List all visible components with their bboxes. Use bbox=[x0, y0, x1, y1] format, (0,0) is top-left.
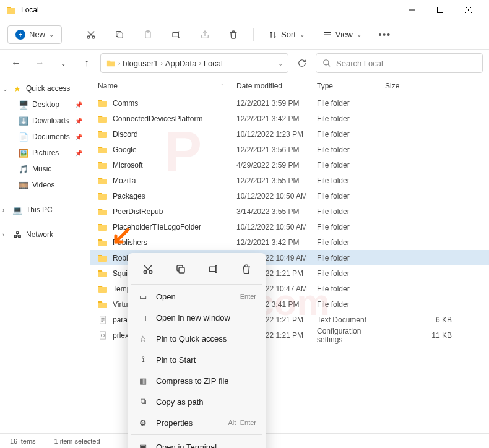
crumb-0[interactable]: bloguser1 bbox=[123, 59, 158, 68]
svg-point-12 bbox=[149, 270, 152, 274]
cut-button[interactable] bbox=[80, 24, 102, 46]
ctx-zip[interactable]: ▥Compress to ZIP file bbox=[131, 370, 262, 391]
star-icon: ★ bbox=[12, 84, 22, 93]
sidebar-item[interactable]: 🖥️Desktop📌 bbox=[0, 97, 90, 113]
sidebar-item[interactable]: 📄Documents📌 bbox=[0, 129, 90, 145]
close-button[interactable] bbox=[454, 0, 483, 20]
selection-count: 1 item selected bbox=[54, 437, 100, 445]
star-icon: ☆ bbox=[137, 334, 149, 343]
file-row[interactable]: Microsoft4/29/2022 2:59 PMFile folder bbox=[90, 157, 489, 173]
file-row[interactable]: ConnectedDevicesPlatform12/2/2021 3:42 P… bbox=[90, 111, 489, 126]
sidebar-item-icon: 🎵 bbox=[19, 164, 28, 174]
separator bbox=[253, 28, 254, 41]
file-name: PeerDistRepub bbox=[113, 207, 163, 216]
minimize-button[interactable] bbox=[397, 0, 426, 20]
ctx-open-new[interactable]: ◻Open in new window bbox=[131, 307, 262, 328]
file-date: 4/29/2022 2:59 PM bbox=[236, 161, 317, 170]
sidebar-quick-access[interactable]: ⌄ ★ Quick access bbox=[0, 80, 90, 97]
ctx-open[interactable]: ▭OpenEnter bbox=[131, 286, 262, 307]
refresh-button[interactable] bbox=[292, 53, 312, 73]
file-row[interactable]: Discord10/12/2022 1:23 PMFile folder bbox=[90, 126, 489, 142]
pin-icon: 📌 bbox=[75, 118, 82, 124]
file-row[interactable]: Comms12/2/2021 3:59 PMFile folder bbox=[90, 95, 489, 111]
search-icon bbox=[322, 59, 331, 67]
file-date: 10/12/2022 10:50 AM bbox=[236, 192, 317, 200]
file-type: File folder bbox=[317, 300, 385, 309]
forward-button[interactable]: → bbox=[30, 53, 50, 73]
col-name[interactable]: Name˄ bbox=[90, 82, 236, 90]
sidebar-this-pc[interactable]: › 💻 This PC bbox=[0, 202, 90, 218]
chevron-down-icon: ⌄ bbox=[300, 31, 305, 38]
titlebar: Local bbox=[0, 0, 489, 20]
pin-icon: 📌 bbox=[75, 101, 82, 108]
chevron-down-icon: ⌄ bbox=[2, 85, 9, 92]
file-row[interactable]: PeerDistRepub3/14/2022 3:55 PMFile folde… bbox=[90, 204, 489, 219]
crumb-1[interactable]: AppData bbox=[165, 59, 197, 68]
chevron-down-icon: ⌄ bbox=[357, 31, 361, 38]
col-type[interactable]: Type bbox=[317, 82, 385, 90]
rename-button[interactable] bbox=[165, 24, 188, 46]
crumb-2[interactable]: Local bbox=[204, 59, 223, 68]
window-title: Local bbox=[21, 6, 397, 14]
ctx-copy-path[interactable]: ⧉Copy as path bbox=[131, 391, 262, 412]
svg-rect-13 bbox=[179, 267, 184, 273]
quick-label: Quick access bbox=[26, 84, 70, 93]
view-button[interactable]: View ⌄ bbox=[317, 27, 368, 41]
ctx-rename-button[interactable] bbox=[202, 259, 225, 279]
sidebar-item[interactable]: ⬇️Downloads📌 bbox=[0, 113, 90, 129]
folder-icon bbox=[6, 5, 16, 15]
file-name-cell: Comms bbox=[90, 99, 236, 108]
paste-button[interactable] bbox=[137, 24, 159, 46]
back-button[interactable]: ← bbox=[6, 53, 26, 73]
file-type: File folder bbox=[317, 254, 385, 262]
ctx-copy-button[interactable] bbox=[170, 259, 192, 279]
recent-button[interactable]: ⌄ bbox=[53, 53, 73, 73]
search-input[interactable]: Search Local bbox=[316, 53, 483, 73]
chevron-down-icon: ⌄ bbox=[49, 31, 54, 38]
file-row[interactable]: Packages10/12/2022 10:50 AMFile folder bbox=[90, 188, 489, 204]
sidebar-item[interactable]: 🎞️Videos bbox=[0, 177, 90, 193]
pin-icon: 📌 bbox=[75, 134, 82, 140]
ctx-cut-button[interactable] bbox=[137, 259, 159, 279]
share-button[interactable] bbox=[194, 24, 216, 46]
ctx-pin-start[interactable]: ⟟Pin to Start bbox=[131, 349, 262, 370]
chevron-down-icon[interactable]: ⌄ bbox=[278, 60, 283, 67]
ctx-terminal[interactable]: ▣Open in Terminal bbox=[131, 436, 262, 448]
svg-rect-6 bbox=[173, 32, 178, 37]
column-headers: Name˄ Date modified Type Size bbox=[90, 77, 489, 95]
pc-icon: 💻 bbox=[12, 205, 22, 215]
up-button[interactable]: ↑ bbox=[77, 53, 97, 73]
file-row[interactable]: Mozilla12/2/2021 3:55 PMFile folder bbox=[90, 173, 489, 188]
sort-button[interactable]: Sort ⌄ bbox=[262, 27, 311, 41]
sidebar-item[interactable]: 🎵Music bbox=[0, 161, 90, 177]
gear-icon: ⚙ bbox=[137, 418, 149, 428]
file-date: 12/2/2021 3:56 PM bbox=[236, 145, 317, 154]
file-type: File folder bbox=[317, 161, 385, 170]
file-row[interactable]: Google12/2/2021 3:56 PMFile folder bbox=[90, 142, 489, 157]
delete-button[interactable] bbox=[222, 24, 244, 46]
new-button[interactable]: + New ⌄ bbox=[7, 25, 62, 44]
chevron-right-icon: › bbox=[199, 60, 201, 67]
file-name: Discord bbox=[113, 130, 138, 139]
maximize-button[interactable] bbox=[426, 0, 454, 20]
file-type: File folder bbox=[317, 176, 385, 185]
sidebar-item-label: Music bbox=[32, 165, 51, 173]
ctx-properties[interactable]: ⚙PropertiesAlt+Enter bbox=[131, 412, 262, 433]
address-bar[interactable]: › bloguser1 › AppData › Local ⌄ bbox=[100, 53, 288, 73]
file-type: File folder bbox=[317, 223, 385, 231]
file-row[interactable]: PlaceholderTileLogoFolder10/12/2022 10:5… bbox=[90, 219, 489, 235]
separator bbox=[131, 284, 262, 285]
col-date[interactable]: Date modified bbox=[236, 82, 317, 90]
col-size[interactable]: Size bbox=[385, 82, 489, 90]
file-size: 6 KB bbox=[385, 316, 489, 324]
new-label: New bbox=[29, 30, 45, 39]
svg-point-2 bbox=[92, 36, 95, 38]
sidebar-network[interactable]: › 🖧 Network bbox=[0, 226, 90, 243]
ctx-delete-button[interactable] bbox=[235, 259, 257, 279]
more-button[interactable]: ••• bbox=[374, 24, 396, 46]
plus-icon: + bbox=[15, 30, 25, 40]
sidebar-item[interactable]: 🖼️Pictures📌 bbox=[0, 145, 90, 161]
copy-button[interactable] bbox=[108, 24, 131, 46]
ctx-pin-qa[interactable]: ☆Pin to Quick access bbox=[131, 328, 262, 349]
file-row[interactable]: Publishers12/2/2021 3:42 PMFile folder bbox=[90, 235, 489, 250]
